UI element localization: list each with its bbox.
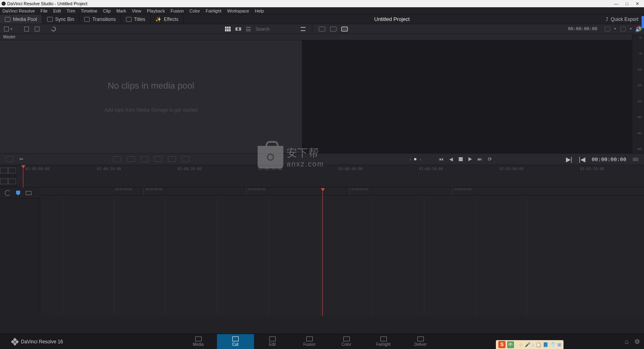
upper-timeline-ruler[interactable]: 01:00:00:00 01:00:10:00 01:00:20:00 01:0… xyxy=(17,165,644,187)
sort-icon[interactable] xyxy=(301,27,305,31)
ripple-overwrite-icon[interactable] xyxy=(140,156,149,162)
main-playhead[interactable] xyxy=(321,188,325,316)
tray-clip[interactable]: 📋 xyxy=(536,342,541,347)
close-up-icon[interactable] xyxy=(154,156,162,162)
menu-color[interactable]: Color xyxy=(190,8,200,13)
thumbnail-view-icon[interactable] xyxy=(225,27,231,31)
sync-bin-icon xyxy=(47,17,53,22)
import-media-icon[interactable] xyxy=(4,27,9,31)
tray-book[interactable]: 📘 xyxy=(543,342,549,347)
tab-effects-label: Effects xyxy=(164,17,178,22)
marker-icon[interactable] xyxy=(16,191,20,195)
source-timeline-icon[interactable] xyxy=(341,27,348,31)
menu-clip[interactable]: Clip xyxy=(103,8,111,13)
timeline-mode-c-icon[interactable] xyxy=(0,179,8,184)
safe-caret-icon[interactable]: ▾ xyxy=(630,27,632,31)
page-cut[interactable]: Cut xyxy=(217,334,254,349)
maximize-button[interactable]: □ xyxy=(625,1,628,6)
menu-fairlight[interactable]: Fairlight xyxy=(206,8,221,13)
page-edit-icon xyxy=(269,337,276,341)
tray-emoji[interactable]: ☺ xyxy=(518,342,523,347)
menu-app[interactable]: DaVinci Resolve xyxy=(2,8,35,13)
menu-playback[interactable]: Playback xyxy=(147,8,165,13)
split-clip-icon[interactable]: ✂ xyxy=(19,156,24,162)
go-to-out-icon[interactable]: |◀ xyxy=(579,156,585,163)
home-icon[interactable]: ⌂ xyxy=(625,338,629,345)
lower-ruler[interactable]: 00:59:56:00 00:59:58:00 01:00:00:00 01:0… xyxy=(40,187,644,199)
go-to-start-icon[interactable]: ⏮ xyxy=(439,156,444,162)
close-button[interactable]: ✕ xyxy=(636,1,639,6)
source-overwrite-icon[interactable] xyxy=(182,156,190,162)
page-edit[interactable]: Edit xyxy=(254,334,291,349)
step-back-icon[interactable]: ◀ xyxy=(449,156,453,162)
tab-effects[interactable]: ✨Effects xyxy=(151,15,184,24)
page-fairlight[interactable]: Fairlight xyxy=(365,334,402,349)
tray-punct[interactable]: , xyxy=(516,342,517,347)
new-timeline-icon[interactable] xyxy=(35,27,39,31)
strip-view-icon[interactable] xyxy=(235,27,241,31)
dropdown-caret-icon[interactable]: ▾ xyxy=(10,27,12,31)
tools-caret-icon[interactable]: ▾ xyxy=(614,27,616,31)
sogou-icon[interactable]: S xyxy=(498,341,506,348)
audio-trim-icon[interactable] xyxy=(26,191,31,195)
menu-edit[interactable]: Edit xyxy=(53,8,61,13)
tab-sync-bin[interactable]: Sync Bin xyxy=(42,15,79,24)
go-to-in-icon[interactable]: ▶| xyxy=(566,156,572,163)
media-pool-panel: No clips in media pool Add clips from Me… xyxy=(0,40,302,153)
tab-titles[interactable]: Titles xyxy=(121,15,151,24)
upper-playhead[interactable] xyxy=(21,165,25,188)
menu-mark[interactable]: Mark xyxy=(116,8,126,13)
timeline-mode-a-icon[interactable] xyxy=(0,168,8,173)
append-icon[interactable] xyxy=(127,156,135,162)
viewer-panel[interactable] xyxy=(302,40,644,153)
menu-view[interactable]: View xyxy=(132,8,141,13)
new-bin-icon[interactable] xyxy=(24,27,29,31)
boring-detector-icon[interactable] xyxy=(6,156,14,162)
page-color[interactable]: Color xyxy=(328,334,365,349)
place-on-top-icon[interactable] xyxy=(168,156,176,162)
tab-media-pool[interactable]: Media Pool xyxy=(0,15,42,24)
viewer-safe-area-icon[interactable] xyxy=(620,27,626,31)
bin-path[interactable]: Master xyxy=(0,34,644,40)
project-settings-icon[interactable]: ⚙ xyxy=(634,338,640,345)
side-tab[interactable] xyxy=(642,16,644,28)
timeline-mode-b-icon[interactable] xyxy=(8,168,16,173)
timeline-options-icon[interactable] xyxy=(633,158,638,161)
menu-workspace[interactable]: Workspace xyxy=(227,8,249,13)
menu-timeline[interactable]: Timeline xyxy=(81,8,97,13)
source-tape-icon[interactable] xyxy=(319,27,325,31)
tray-ime[interactable]: 中 xyxy=(507,341,514,348)
page-deliver[interactable]: Deliver xyxy=(402,334,439,349)
tab-transitions[interactable]: Transitions xyxy=(79,15,121,24)
tray-grid[interactable]: ⊞ xyxy=(557,342,561,347)
ruler1-tick-7: 01:01:10:00 xyxy=(580,167,644,171)
viewer-tools-icon[interactable] xyxy=(605,27,610,31)
tray-skin[interactable]: 👕 xyxy=(550,342,556,347)
timeline-tracks[interactable] xyxy=(40,199,644,316)
smart-insert-icon[interactable] xyxy=(113,156,121,162)
search-input[interactable] xyxy=(256,27,296,31)
menu-fusion[interactable]: Fusion xyxy=(171,8,184,13)
jog-nav[interactable]: ‹› xyxy=(410,157,421,162)
menu-help[interactable]: Help xyxy=(255,8,264,13)
speaker-icon[interactable]: 🔊 xyxy=(635,26,642,32)
ruler1-tick-2: 01:00:20:00 xyxy=(178,167,258,171)
meter-50: -50 - xyxy=(633,147,643,151)
timeline-mode-d-icon[interactable] xyxy=(8,179,16,184)
list-view-icon[interactable] xyxy=(246,27,251,31)
menu-file[interactable]: File xyxy=(41,8,48,13)
play-icon[interactable] xyxy=(468,157,472,161)
stop-icon[interactable] xyxy=(458,157,462,161)
snap-icon[interactable] xyxy=(5,190,10,196)
tray-mic[interactable]: 🎤 xyxy=(525,342,530,347)
page-fusion[interactable]: Fusion xyxy=(291,334,328,349)
quick-export-button[interactable]: ⤴Quick Export xyxy=(600,17,644,22)
loop-icon[interactable]: ⟳ xyxy=(488,156,492,162)
refresh-icon[interactable] xyxy=(50,25,57,32)
source-clip-icon[interactable] xyxy=(330,27,336,31)
step-forward-icon[interactable]: ⏭ xyxy=(477,156,482,162)
page-media[interactable]: Media xyxy=(180,334,217,349)
tray-dl[interactable]: ↓ xyxy=(532,342,535,347)
minimize-button[interactable]: — xyxy=(614,1,618,6)
menu-trim[interactable]: Trim xyxy=(66,8,75,13)
